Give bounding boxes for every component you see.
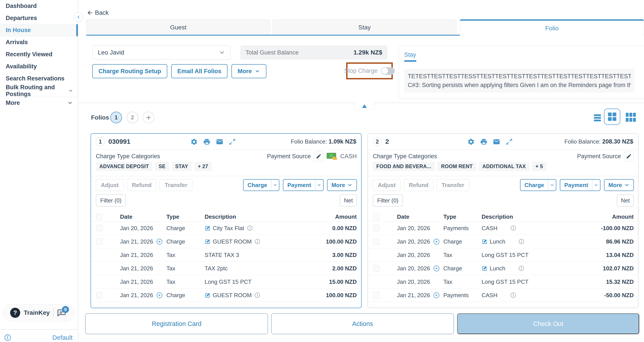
charge-type-chip[interactable]: + 27 (194, 162, 212, 171)
row-checkbox[interactable] (96, 225, 103, 232)
payment-dropdown-arrow[interactable] (592, 180, 600, 190)
payment-dropdown-arrow[interactable] (315, 180, 323, 190)
description-link[interactable]: Lunch (482, 265, 516, 272)
mail-icon[interactable] (216, 138, 223, 146)
row-checkbox[interactable] (373, 265, 380, 272)
adjust-button[interactable]: Adjust (96, 179, 124, 191)
info-button[interactable] (4, 334, 12, 341)
tab-stay[interactable]: Stay (272, 19, 456, 36)
charge-type-chip[interactable]: ADVANCE DEPOSIT (96, 162, 152, 171)
charge-type-chip[interactable]: + 5 (532, 162, 546, 171)
list-view-button[interactable] (594, 114, 601, 122)
description-link[interactable]: GUEST ROOM (205, 238, 252, 245)
refund-button[interactable]: Refund (127, 179, 157, 191)
filter-button[interactable]: Filter (0) (373, 194, 403, 206)
charge-dropdown-arrow[interactable] (548, 180, 556, 190)
payment-button[interactable]: Payment (283, 180, 315, 190)
folio-more-button[interactable]: More (327, 179, 357, 191)
stop-charge-toggle[interactable] (381, 67, 395, 75)
info-icon[interactable] (254, 238, 260, 245)
tab-folio[interactable]: Folio (460, 19, 644, 36)
stay-preview-panel: Stay TETESTTESTTESTTESSTTESTTESTTESTTEST… (399, 46, 644, 98)
grid-2-view-button[interactable] (604, 108, 620, 125)
default-link[interactable]: Default (52, 334, 72, 341)
charge-type-chip[interactable]: STAY (172, 162, 192, 171)
folio-tab-1[interactable]: 1 (110, 112, 122, 123)
row-checkbox[interactable] (96, 292, 103, 298)
payment-split-button[interactable]: Payment (283, 179, 323, 191)
mail-icon[interactable] (493, 138, 500, 146)
edit-payment-source-button[interactable] (624, 151, 634, 161)
folio-more-button[interactable]: More (604, 179, 634, 191)
charge-routing-setup-button[interactable]: Charge Routing Setup (92, 64, 167, 78)
sidebar-item-bulk-routing-and-postings[interactable]: Bulk Routing and Postings (0, 84, 78, 97)
info-icon[interactable] (510, 225, 516, 231)
more-button[interactable]: More (232, 64, 266, 78)
charge-split-button[interactable]: Charge (520, 179, 556, 191)
info-icon[interactable] (247, 225, 253, 231)
transfer-button[interactable]: Transfer (160, 179, 192, 191)
registration-card-button[interactable]: Registration Card (85, 314, 268, 334)
payment-button[interactable]: Payment (560, 180, 592, 190)
sidebar-item-arrivals[interactable]: Arrivals (0, 36, 78, 48)
description-link[interactable]: City Tax Flat (205, 225, 244, 232)
charge-type-chip[interactable]: FOOD AND BEVERA... (373, 162, 435, 171)
gear-icon[interactable] (467, 138, 475, 146)
edit-payment-source-button[interactable] (314, 151, 324, 161)
row-checkbox[interactable] (96, 238, 103, 245)
grid-3-view-button[interactable] (626, 113, 636, 122)
info-icon[interactable] (510, 292, 516, 298)
charge-type-chip[interactable]: SE (155, 162, 169, 171)
email-all-folios-button[interactable]: Email All Folios (171, 64, 228, 78)
refund-button[interactable]: Refund (404, 179, 434, 191)
chat-button[interactable]: 0 (57, 308, 67, 318)
tab-guest[interactable]: Guest (86, 19, 270, 36)
charge-type-chip[interactable]: ADDITIONAL TAX (479, 162, 530, 171)
info-icon[interactable] (254, 292, 260, 298)
net-button[interactable]: Net (340, 194, 357, 206)
actions-button[interactable]: Actions (271, 314, 454, 334)
check-out-button[interactable]: Check Out (457, 314, 639, 334)
transfer-button[interactable]: Transfer (436, 179, 469, 191)
collapse-section-button[interactable] (354, 103, 375, 110)
back-button[interactable]: Back (86, 9, 108, 16)
charge-button[interactable]: Charge (520, 180, 548, 190)
print-icon[interactable] (203, 138, 210, 146)
sidebar-item-departures[interactable]: Departures (0, 12, 78, 24)
sidebar-item-in-house[interactable]: In House (0, 24, 78, 36)
select-all-checkbox[interactable] (96, 214, 103, 220)
select-all-checkbox[interactable] (373, 214, 380, 220)
row-checkbox[interactable] (373, 225, 380, 232)
row-date: Jan 21, 2026 (120, 288, 163, 302)
info-icon[interactable] (518, 238, 524, 245)
charge-dropdown-arrow[interactable] (271, 180, 279, 190)
adjust-button[interactable]: Adjust (373, 179, 401, 191)
trainkey-button[interactable]: ? TrainKey 0 (3, 304, 74, 322)
add-folio-button[interactable] (143, 112, 154, 123)
row-checkbox[interactable] (373, 238, 380, 245)
sidebar-item-availability[interactable]: Availability (0, 60, 78, 72)
description-link[interactable]: Lunch (482, 238, 516, 245)
gear-icon[interactable] (190, 138, 198, 146)
charge-button[interactable]: Charge (244, 180, 271, 190)
stay-panel-tab[interactable]: Stay (404, 52, 416, 58)
expand-icon[interactable] (228, 138, 236, 146)
payment-split-button[interactable]: Payment (560, 179, 600, 191)
sidebar-item-recently-viewed[interactable]: Recently Viewed (0, 48, 78, 60)
description-link[interactable]: GUEST ROOM (205, 292, 252, 299)
sidebar-item-dashboard[interactable]: Dashboard (0, 0, 78, 12)
collapse-sidebar-button[interactable] (74, 12, 83, 22)
filter-button[interactable]: Filter (0) (96, 194, 126, 206)
sidebar-item-more[interactable]: More (0, 97, 78, 109)
folio-tab-2[interactable]: 2 (126, 112, 138, 123)
chevron-left-icon (76, 15, 81, 20)
print-icon[interactable] (480, 138, 488, 146)
net-button[interactable]: Net (617, 194, 634, 206)
row-checkbox[interactable] (373, 292, 380, 298)
sidebar-item-search-reservations[interactable]: Search Reservations (0, 72, 78, 84)
expand-icon[interactable] (506, 138, 513, 146)
info-icon[interactable] (518, 265, 524, 272)
charge-type-chip[interactable]: ROOM RENT (438, 162, 476, 171)
guest-selector[interactable]: Leo Javid (92, 46, 231, 60)
charge-split-button[interactable]: Charge (243, 179, 280, 191)
